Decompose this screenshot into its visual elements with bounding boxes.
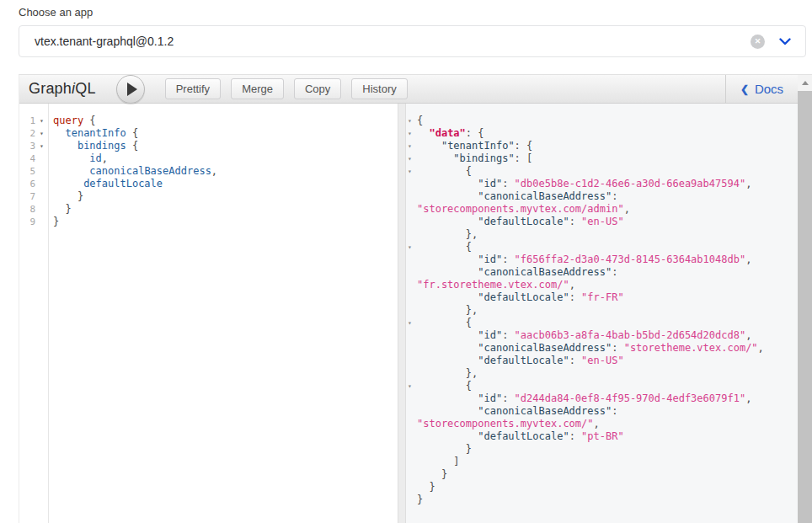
app-select[interactable]: vtex.tenant-graphql@0.1.2 ✕: [19, 25, 806, 57]
docs-toggle[interactable]: ❮ Docs: [725, 75, 798, 103]
code-line: ▾ {: [406, 165, 798, 178]
clear-selection-icon[interactable]: ✕: [751, 35, 765, 49]
code-line: "id": "aacb06b3-a8fa-4bab-b5bd-2d654d20d…: [406, 329, 798, 342]
code-line: ▾ "data": {: [406, 127, 798, 140]
fold-spacer: [406, 178, 417, 190]
fold-arrow-icon[interactable]: ▾: [406, 380, 417, 392]
code-line: }: [406, 494, 798, 506]
line-number: 2: [19, 127, 35, 140]
gutter: 5: [19, 165, 48, 178]
code-line: ▾ "bindings": [: [406, 152, 798, 165]
code-text: "defaultLocale": "en-US": [417, 355, 624, 367]
code-line: "id": "f656ffa2-d3a0-473d-8145-6364ab104…: [406, 253, 798, 266]
code-text: tenantInfo {: [48, 127, 138, 140]
code-line: 5 canonicalBaseAddress,: [19, 165, 398, 178]
code-line: "id": "d244da84-0ef8-4f95-970d-4edf3e607…: [406, 392, 798, 405]
code-text: "id": "d244da84-0ef8-4f95-970d-4edf3e607…: [417, 392, 751, 405]
fold-arrow-icon[interactable]: ▾: [406, 127, 417, 140]
fold-spacer: [406, 481, 417, 494]
code-text: }: [417, 443, 472, 456]
fold-arrow-icon[interactable]: ▾: [35, 115, 48, 127]
fold-arrow-icon[interactable]: ▾: [406, 317, 417, 329]
fold-spacer: [406, 405, 417, 418]
fold-arrow-icon[interactable]: ▾: [406, 152, 417, 165]
code-line: "defaultLocale": "pt-BR": [406, 430, 798, 443]
copy-button[interactable]: Copy: [294, 78, 341, 99]
fold-spacer: [406, 228, 417, 241]
code-line: "canonicalBaseAddress": "storetheme.vtex…: [406, 342, 798, 355]
pane-resize-divider[interactable]: [398, 104, 406, 523]
code-text: bindings {: [48, 140, 138, 152]
fold-spacer: [406, 392, 417, 405]
gutter: 6: [19, 178, 48, 190]
fold-spacer: [406, 494, 417, 506]
code-line: "defaultLocale": "fr-FR": [406, 291, 798, 304]
code-text: defaultLocale: [48, 178, 163, 190]
code-line: "storecomponents.myvtex.com/",: [406, 418, 798, 430]
gutter: 2▾: [19, 127, 48, 140]
query-editor[interactable]: 1▾query {2▾ tenantInfo {3▾ bindings {4 i…: [19, 104, 398, 523]
code-text: {: [417, 241, 472, 253]
code-line: }: [406, 468, 798, 481]
prettify-button[interactable]: Prettify: [165, 78, 221, 99]
gutter: 4: [19, 152, 48, 165]
gutter: 9: [19, 216, 48, 228]
code-text: }: [48, 203, 72, 216]
code-text: "id": "db0e5b8e-c1d2-46e6-a30d-66ea9ab47…: [417, 178, 751, 190]
fold-spacer: [406, 468, 417, 481]
code-text: },: [417, 367, 478, 380]
history-button[interactable]: History: [351, 78, 407, 99]
fold-spacer: [406, 279, 417, 291]
graphiql-page: Choose an app vtex.tenant-graphql@0.1.2 …: [0, 0, 812, 523]
code-line: 4 id,: [19, 152, 398, 165]
chevron-down-icon[interactable]: [779, 38, 791, 45]
code-text: }: [48, 216, 59, 228]
code-text: "defaultLocale": "fr-FR": [417, 291, 624, 304]
code-text: id,: [48, 152, 108, 165]
code-text: "storecomponents.myvtex.com/admin",: [417, 203, 630, 216]
fold-spacer: [406, 304, 417, 317]
code-line: },: [406, 367, 798, 380]
gutter: 7: [19, 190, 48, 203]
code-line: "canonicalBaseAddress":: [406, 405, 798, 418]
graphiql-toolbar: GraphiQL Prettify Merge Copy History ❮ D…: [19, 75, 798, 104]
graphiql-panel: GraphiQL Prettify Merge Copy History ❮ D…: [19, 74, 812, 523]
fold-arrow-icon[interactable]: ▾: [35, 127, 48, 140]
code-text: }: [48, 190, 83, 203]
fold-spacer: [406, 253, 417, 266]
code-text: "canonicalBaseAddress":: [417, 266, 617, 279]
fold-arrow-icon[interactable]: ▾: [406, 140, 417, 152]
code-line: 2▾ tenantInfo {: [19, 127, 398, 140]
gutter: 3▾: [19, 140, 48, 152]
scrollbar-thumb[interactable]: [798, 91, 812, 523]
fold-arrow-icon[interactable]: ▾: [406, 115, 417, 127]
fold-spacer: [406, 203, 417, 216]
code-line: }: [406, 443, 798, 456]
code-line: 7 }: [19, 190, 398, 203]
code-text: {: [417, 165, 472, 178]
fold-arrow-icon[interactable]: ▾: [406, 165, 417, 178]
code-line: 1▾query {: [19, 115, 398, 127]
scrollbar-up-button[interactable]: [798, 75, 812, 91]
fold-spacer: [406, 355, 417, 367]
arrow-up-icon: [802, 81, 809, 85]
fold-arrow-icon[interactable]: ▾: [406, 241, 417, 253]
code-text: }: [417, 481, 435, 494]
code-text: }: [417, 494, 423, 506]
fold-spacer: [406, 216, 417, 228]
code-line: "storecomponents.myvtex.com/admin",: [406, 203, 798, 216]
fold-arrow-icon[interactable]: ▾: [35, 140, 48, 152]
merge-button[interactable]: Merge: [231, 78, 284, 99]
code-text: "defaultLocale": "pt-BR": [417, 430, 624, 443]
code-line: ▾ {: [406, 241, 798, 253]
code-line: "id": "db0e5b8e-c1d2-46e6-a30d-66ea9ab47…: [406, 178, 798, 190]
code-line: ▾{: [406, 115, 798, 127]
result-scrollbar[interactable]: [798, 75, 812, 523]
code-line: },: [406, 228, 798, 241]
execute-query-button[interactable]: [116, 75, 145, 104]
gutter: 1▾: [19, 115, 48, 127]
code-text: canonicalBaseAddress,: [48, 165, 217, 178]
code-line: "fr.storetheme.vtex.com/",: [406, 279, 798, 291]
code-text: {: [417, 380, 472, 392]
line-number: 9: [19, 216, 35, 228]
